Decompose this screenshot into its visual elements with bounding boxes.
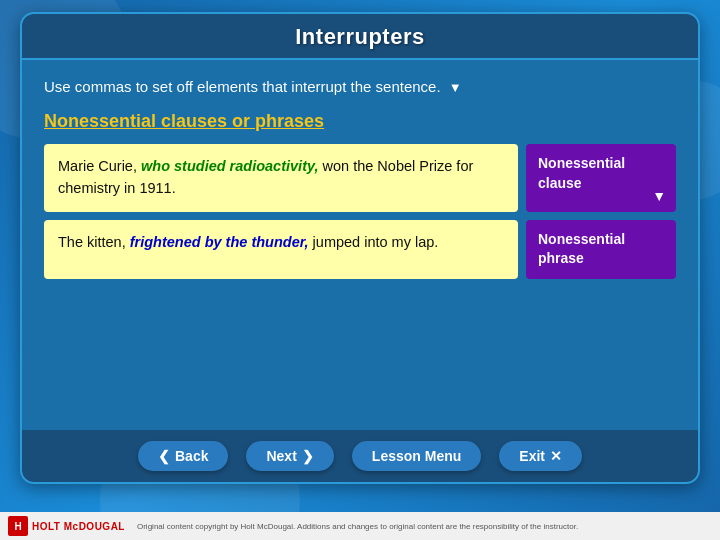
- back-chevron-icon: ❮: [158, 448, 170, 464]
- card-body: Use commas to set off elements that inte…: [22, 60, 698, 291]
- sentence-2-part-2: jumped into my lap.: [309, 234, 439, 250]
- page-title: Interrupters: [22, 24, 698, 50]
- nav-bar: ❮ Back Next ❯ Lesson Menu Exit ✕: [22, 430, 698, 482]
- sentence-1-part-1: Marie Curie,: [58, 158, 141, 174]
- example-sentence-2: The kitten, frightened by the thunder, j…: [44, 220, 518, 279]
- sentence-2-highlight: frightened by the thunder,: [130, 234, 309, 250]
- label-box-2: Nonessential phrase: [526, 220, 676, 279]
- section-heading: Nonessential clauses or phrases: [44, 111, 676, 132]
- outer-background: Interrupters Use commas to set off eleme…: [0, 0, 720, 540]
- exit-button[interactable]: Exit ✕: [499, 441, 582, 471]
- label-box-1: Nonessential clause ▼: [526, 144, 676, 212]
- back-button[interactable]: ❮ Back: [138, 441, 228, 471]
- intro-text: Use commas to set off elements that inte…: [44, 76, 676, 97]
- exit-x-icon: ✕: [550, 448, 562, 464]
- label-text-2: Nonessential phrase: [538, 230, 664, 269]
- brand-name: HOLT McDOUGAL: [32, 521, 125, 532]
- next-button[interactable]: Next ❯: [246, 441, 333, 471]
- chevron-down-icon-1[interactable]: ▼: [652, 188, 666, 204]
- copyright-text: Original content copyright by Holt McDou…: [137, 522, 578, 531]
- dropdown-arrow-icon[interactable]: ▼: [449, 79, 462, 97]
- next-chevron-icon: ❯: [302, 448, 314, 464]
- main-card: Interrupters Use commas to set off eleme…: [20, 12, 700, 484]
- example-sentence-1: Marie Curie, who studied radioactivity, …: [44, 144, 518, 212]
- title-bar: Interrupters: [22, 14, 698, 60]
- lesson-menu-button[interactable]: Lesson Menu: [352, 441, 481, 471]
- sentence-2-part-1: The kitten,: [58, 234, 130, 250]
- footer-strip: H HOLT McDOUGAL Original content copyrig…: [0, 512, 720, 540]
- label-text-1: Nonessential clause: [538, 154, 664, 193]
- holt-logo-icon: H: [8, 516, 28, 536]
- sentence-1-highlight: who studied radioactivity,: [141, 158, 319, 174]
- footer-logo: H HOLT McDOUGAL: [8, 516, 125, 536]
- examples-grid: Marie Curie, who studied radioactivity, …: [44, 144, 676, 279]
